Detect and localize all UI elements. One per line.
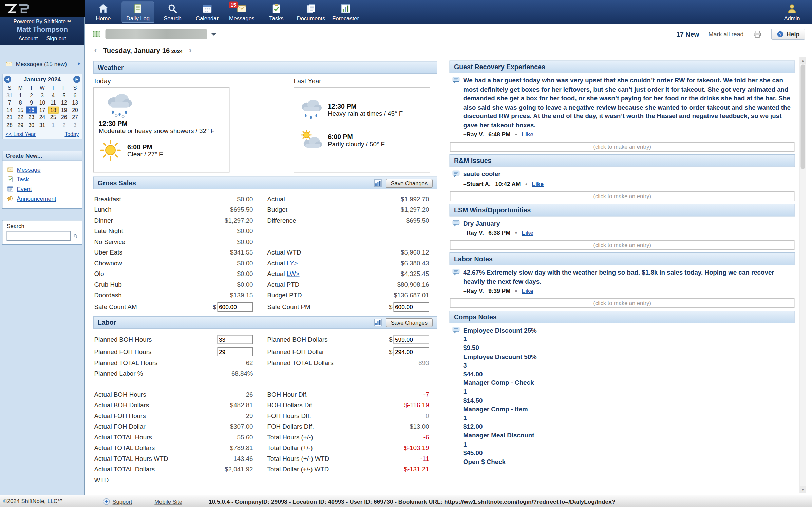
- planned-boh-dollars-input[interactable]: [394, 335, 429, 344]
- create-message-link[interactable]: Message: [17, 167, 41, 173]
- labor-label: Total Hours (+/-): [267, 432, 345, 443]
- calendar-day-today[interactable]: 18: [48, 106, 59, 114]
- vertical-scrollbar[interactable]: ▲ ▼: [800, 57, 807, 493]
- sales-chart-icon[interactable]: [374, 179, 382, 187]
- mark-all-read-link[interactable]: Mark all read: [708, 31, 743, 38]
- calendar-day[interactable]: 31: [37, 121, 48, 128]
- support-link[interactable]: Support: [103, 497, 132, 505]
- next-day-button[interactable]: ›: [189, 45, 192, 56]
- nav-daily-log[interactable]: Daily Log: [122, 2, 154, 23]
- nav-search[interactable]: Search: [156, 2, 189, 23]
- calendar-day[interactable]: 29: [15, 121, 26, 128]
- create-event-item[interactable]: Event: [7, 185, 78, 192]
- calendar-day[interactable]: 26: [59, 114, 70, 121]
- location-selector[interactable]: [92, 29, 216, 39]
- safe-count-pm-input[interactable]: [394, 302, 429, 312]
- calendar-day[interactable]: 20: [70, 106, 80, 114]
- calendar-day[interactable]: 12: [59, 99, 70, 106]
- create-task-link[interactable]: Task: [17, 176, 29, 182]
- calendar-day[interactable]: 2: [26, 91, 37, 99]
- calendar-day[interactable]: 1: [48, 121, 59, 128]
- calendar-day[interactable]: 9: [26, 99, 37, 106]
- calendar-day[interactable]: 11: [48, 99, 59, 106]
- new-entry-field[interactable]: (click to make an entry): [450, 298, 795, 308]
- nav-admin[interactable]: Admin: [776, 2, 808, 23]
- calendar-day[interactable]: 28: [4, 121, 15, 128]
- create-message-item[interactable]: Message: [7, 166, 78, 173]
- calendar-day-selected[interactable]: 16: [26, 106, 37, 114]
- calendar-day[interactable]: 24: [37, 114, 48, 121]
- last-week-sales-link[interactable]: LW>: [287, 270, 300, 278]
- scrollbar-thumb[interactable]: [801, 65, 806, 169]
- create-task-item[interactable]: Task: [7, 176, 78, 183]
- calendar-day[interactable]: 25: [48, 114, 59, 121]
- calendar-day[interactable]: 3: [70, 121, 80, 128]
- help-label: Help: [786, 31, 799, 38]
- weather-time: 6:00 PM: [328, 133, 385, 140]
- calendar-day[interactable]: 4: [48, 91, 59, 99]
- like-link[interactable]: Like: [522, 230, 534, 236]
- calendar-day[interactable]: 3: [37, 91, 48, 99]
- calendar-day[interactable]: 5: [59, 91, 70, 99]
- create-announcement-item[interactable]: Announcement: [7, 195, 78, 202]
- labor-chart-icon[interactable]: [374, 319, 382, 326]
- calendar-next-button[interactable]: ▶: [73, 76, 80, 83]
- new-entry-field[interactable]: (click to make an entry): [450, 142, 795, 152]
- new-entry-field[interactable]: (click to make an entry): [450, 240, 795, 250]
- signout-link[interactable]: Sign out: [46, 35, 66, 41]
- calendar-day[interactable]: 1: [15, 91, 26, 99]
- calendar-day[interactable]: 23: [26, 114, 37, 121]
- calendar-day[interactable]: 27: [70, 114, 80, 121]
- nav-forecaster[interactable]: Forecaster: [329, 2, 362, 23]
- calendar-day[interactable]: 22: [15, 114, 26, 121]
- create-event-link[interactable]: Event: [17, 186, 32, 192]
- scroll-down-button[interactable]: ▼: [800, 486, 806, 493]
- print-icon[interactable]: [753, 30, 762, 39]
- weather-today-label: Today: [93, 77, 230, 85]
- nav-tasks[interactable]: Tasks: [260, 2, 293, 23]
- last-year-sales-link[interactable]: LY>: [287, 260, 298, 267]
- labor-save-button[interactable]: Save Changes: [386, 318, 433, 327]
- today-link[interactable]: Today: [64, 131, 79, 137]
- new-entry-field[interactable]: (click to make an entry): [450, 191, 795, 201]
- sidebar-search-input[interactable]: [7, 231, 71, 241]
- calendar-day[interactable]: 7: [4, 99, 15, 106]
- calendar-day[interactable]: 2: [59, 121, 70, 128]
- like-link[interactable]: Like: [532, 181, 544, 187]
- gross-sales-save-button[interactable]: Save Changes: [386, 179, 433, 188]
- prev-day-button[interactable]: ‹: [94, 45, 97, 56]
- nav-messages[interactable]: 15 Messages: [226, 2, 258, 23]
- mobile-site-link[interactable]: Mobile Site: [154, 498, 182, 504]
- last-year-link[interactable]: << Last Year: [6, 131, 36, 137]
- like-link[interactable]: Like: [522, 288, 534, 294]
- calendar-day[interactable]: 6: [70, 91, 80, 99]
- create-announcement-link[interactable]: Announcement: [17, 195, 56, 202]
- sidebar-messages-link[interactable]: Messages (15 new): [5, 60, 81, 68]
- dow-label: S: [4, 84, 15, 92]
- search-magnifier-icon[interactable]: [73, 232, 78, 240]
- nav-documents[interactable]: Documents: [295, 2, 327, 23]
- help-button[interactable]: Help: [771, 29, 805, 40]
- messages-link-label: Messages (15 new): [16, 61, 67, 67]
- nav-home[interactable]: Home: [87, 2, 120, 23]
- calendar-day[interactable]: 13: [70, 99, 80, 106]
- calendar-prev-button[interactable]: ◀: [4, 76, 11, 83]
- nav-calendar[interactable]: Calendar: [191, 2, 224, 23]
- calendar-day[interactable]: 10: [37, 99, 48, 106]
- scroll-up-button[interactable]: ▲: [800, 58, 806, 64]
- calendar-day[interactable]: 15: [15, 106, 26, 114]
- safe-count-am-input[interactable]: [218, 302, 253, 312]
- planned-foh-hours-input[interactable]: [218, 347, 253, 356]
- sales-label: Actual: [267, 194, 345, 205]
- calendar-day[interactable]: 31: [4, 91, 15, 99]
- account-link[interactable]: Account: [18, 35, 38, 41]
- calendar-day[interactable]: 17: [37, 106, 48, 114]
- calendar-day[interactable]: 8: [15, 99, 26, 106]
- calendar-day[interactable]: 19: [59, 106, 70, 114]
- calendar-day[interactable]: 14: [4, 106, 15, 114]
- planned-boh-hours-input[interactable]: [218, 335, 253, 344]
- like-link[interactable]: Like: [522, 131, 534, 137]
- planned-foh-dollar-input[interactable]: [394, 347, 429, 356]
- calendar-day[interactable]: 21: [4, 114, 15, 121]
- calendar-day[interactable]: 30: [26, 121, 37, 128]
